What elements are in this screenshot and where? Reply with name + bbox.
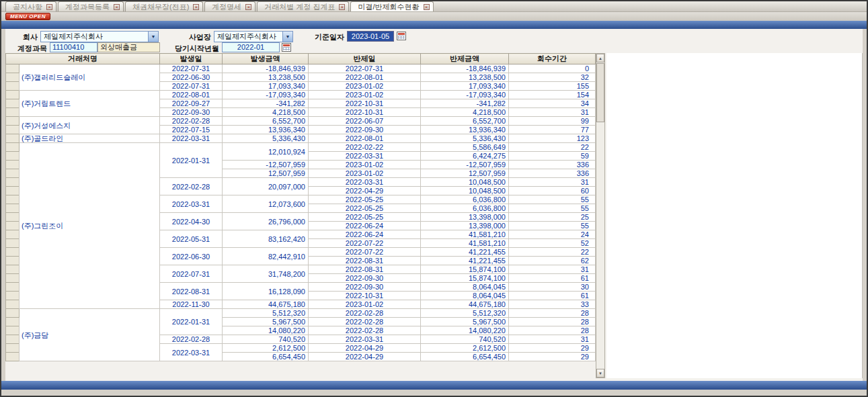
occur-amount-cell[interactable]: -12,507,959 bbox=[223, 161, 309, 169]
settle-amount-cell[interactable]: 6,036,800 bbox=[421, 195, 509, 204]
collection-days-cell[interactable]: 31 bbox=[509, 178, 596, 187]
occur-date-cell[interactable]: 2022-09-30 bbox=[160, 108, 223, 117]
settle-date-cell[interactable]: 2022-06-24 bbox=[309, 230, 421, 239]
occur-amount-cell[interactable]: 16,128,090 bbox=[223, 283, 309, 300]
settle-date-cell[interactable]: 2022-03-31 bbox=[309, 178, 421, 187]
settle-amount-cell[interactable]: 44,675,180 bbox=[421, 300, 509, 309]
occur-amount-cell[interactable]: 6,654,450 bbox=[223, 353, 309, 361]
occur-date-cell[interactable]: 2022-03-31 bbox=[160, 134, 223, 143]
row-indicator[interactable] bbox=[6, 64, 19, 73]
vertical-scrollbar[interactable]: ▲ ▼ bbox=[596, 53, 605, 378]
settle-date-cell[interactable]: 2022-02-28 bbox=[309, 309, 421, 318]
settle-date-cell[interactable]: 2022-06-24 bbox=[309, 222, 421, 230]
collection-days-cell[interactable]: 62 bbox=[509, 257, 596, 265]
collection-days-cell[interactable]: 30 bbox=[509, 283, 596, 292]
settle-amount-cell[interactable]: 13,398,000 bbox=[421, 213, 509, 222]
row-indicator[interactable] bbox=[6, 353, 19, 361]
collection-days-cell[interactable]: 77 bbox=[509, 126, 596, 134]
settle-amount-cell[interactable]: 4,218,500 bbox=[421, 108, 509, 117]
collection-days-cell[interactable]: 29 bbox=[509, 353, 596, 361]
row-indicator[interactable] bbox=[6, 126, 19, 134]
occur-date-cell[interactable]: 2022-01-31 bbox=[160, 143, 223, 178]
settle-date-cell[interactable]: 2023-01-02 bbox=[309, 169, 421, 178]
occur-amount-cell[interactable]: 12,507,959 bbox=[223, 169, 309, 178]
row-indicator[interactable] bbox=[6, 292, 19, 300]
occur-amount-cell[interactable]: -17,093,340 bbox=[223, 91, 309, 99]
settle-amount-cell[interactable]: 5,512,320 bbox=[421, 309, 509, 318]
row-indicator[interactable] bbox=[6, 239, 19, 248]
tab-close-icon[interactable]: × bbox=[245, 4, 251, 10]
settle-amount-cell[interactable]: 13,936,340 bbox=[421, 126, 509, 134]
row-indicator[interactable] bbox=[6, 274, 19, 283]
settle-amount-cell[interactable]: 5,586,649 bbox=[421, 143, 509, 152]
row-indicator[interactable] bbox=[6, 134, 19, 143]
occur-amount-cell[interactable]: 17,093,340 bbox=[223, 82, 309, 91]
base-date-input[interactable]: 2023-01-05 bbox=[347, 31, 394, 42]
header-occur-date[interactable]: 발생일 bbox=[160, 54, 223, 64]
occur-date-cell[interactable]: 2022-02-28 bbox=[160, 117, 223, 126]
settle-amount-cell[interactable]: 17,093,340 bbox=[421, 82, 509, 91]
collection-days-cell[interactable]: 28 bbox=[509, 318, 596, 326]
row-indicator[interactable] bbox=[6, 195, 19, 204]
settle-date-cell[interactable]: 2022-07-31 bbox=[309, 64, 421, 73]
settle-date-cell[interactable]: 2022-05-25 bbox=[309, 195, 421, 204]
chevron-down-icon[interactable]: ▼ bbox=[148, 32, 158, 42]
row-indicator[interactable] bbox=[6, 169, 19, 178]
settle-amount-cell[interactable]: 10,048,500 bbox=[421, 187, 509, 195]
collection-days-cell[interactable]: 29 bbox=[509, 344, 596, 353]
settle-date-cell[interactable]: 2022-10-31 bbox=[309, 108, 421, 117]
collection-days-cell[interactable]: 61 bbox=[509, 292, 596, 300]
header-settle-date[interactable]: 반제일 bbox=[309, 54, 421, 64]
row-indicator[interactable] bbox=[6, 73, 19, 82]
occur-date-cell[interactable]: 2022-03-31 bbox=[160, 344, 223, 361]
collection-days-cell[interactable]: 24 bbox=[509, 230, 596, 239]
header-days[interactable]: 회수기간 bbox=[509, 54, 596, 64]
occur-date-cell[interactable]: 2022-11-30 bbox=[160, 300, 223, 309]
occur-date-cell[interactable]: 2022-08-01 bbox=[160, 91, 223, 99]
row-indicator[interactable] bbox=[6, 161, 19, 169]
collection-days-cell[interactable]: 28 bbox=[509, 309, 596, 318]
occur-amount-cell[interactable]: -341,282 bbox=[223, 99, 309, 108]
occur-amount-cell[interactable]: 31,748,200 bbox=[223, 265, 309, 283]
occur-date-cell[interactable]: 2022-07-31 bbox=[160, 64, 223, 73]
header-occur-amount[interactable]: 발생금액 bbox=[223, 54, 309, 64]
occur-date-cell[interactable]: 2022-02-28 bbox=[160, 178, 223, 195]
occur-amount-cell[interactable]: 5,967,500 bbox=[223, 318, 309, 326]
tab-close-icon[interactable]: × bbox=[193, 4, 199, 10]
row-indicator[interactable] bbox=[6, 283, 19, 292]
settle-date-cell[interactable]: 2022-07-22 bbox=[309, 248, 421, 257]
tab[interactable]: 거래처별 계정 집계표× bbox=[257, 1, 349, 11]
collection-days-cell[interactable]: 55 bbox=[509, 204, 596, 213]
row-indicator[interactable] bbox=[6, 213, 19, 222]
occur-amount-cell[interactable]: 20,097,000 bbox=[223, 178, 309, 195]
occur-date-cell[interactable]: 2022-06-30 bbox=[160, 248, 223, 265]
collection-days-cell[interactable]: 22 bbox=[509, 248, 596, 257]
settle-amount-cell[interactable]: 13,398,000 bbox=[421, 222, 509, 230]
row-indicator[interactable] bbox=[6, 99, 19, 108]
collection-days-cell[interactable]: 34 bbox=[509, 99, 596, 108]
tab[interactable]: 채권채무장(전표)× bbox=[125, 1, 203, 11]
row-indicator[interactable] bbox=[6, 230, 19, 239]
row-indicator[interactable] bbox=[6, 309, 19, 318]
settle-amount-cell[interactable]: -12,507,959 bbox=[421, 161, 509, 169]
calendar-icon[interactable] bbox=[397, 32, 406, 40]
occur-date-cell[interactable]: 2022-04-30 bbox=[160, 213, 223, 230]
customer-name-cell[interactable]: (주)금담 bbox=[19, 309, 160, 361]
tab-close-icon[interactable]: × bbox=[424, 4, 430, 10]
customer-name-cell[interactable]: (주)거성에스지 bbox=[19, 117, 160, 134]
occur-date-cell[interactable]: 2022-01-31 bbox=[160, 309, 223, 335]
collection-days-cell[interactable]: 55 bbox=[509, 222, 596, 230]
collection-days-cell[interactable]: 31 bbox=[509, 108, 596, 117]
settle-date-cell[interactable]: 2022-08-01 bbox=[309, 134, 421, 143]
settle-date-cell[interactable]: 2022-04-29 bbox=[309, 344, 421, 353]
collection-days-cell[interactable]: 155 bbox=[509, 82, 596, 91]
occur-date-cell[interactable]: 2022-07-31 bbox=[160, 82, 223, 91]
occur-amount-cell[interactable]: 740,520 bbox=[223, 335, 309, 344]
settle-amount-cell[interactable]: 6,552,700 bbox=[421, 117, 509, 126]
row-indicator[interactable] bbox=[6, 326, 19, 335]
settle-amount-cell[interactable]: 2,612,500 bbox=[421, 344, 509, 353]
settle-date-cell[interactable]: 2022-05-25 bbox=[309, 213, 421, 222]
row-indicator[interactable] bbox=[6, 300, 19, 309]
settle-date-cell[interactable]: 2022-07-22 bbox=[309, 239, 421, 248]
settle-amount-cell[interactable]: 8,064,045 bbox=[421, 283, 509, 292]
